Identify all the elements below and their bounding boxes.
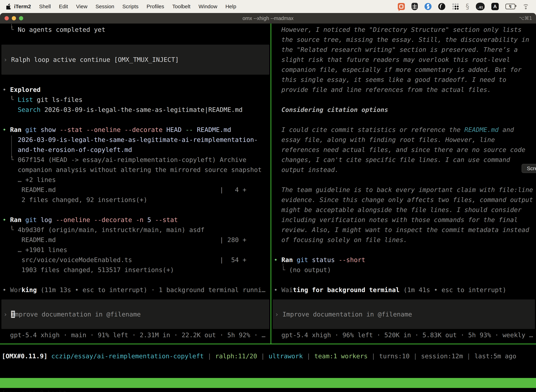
terminal-line [274, 245, 536, 255]
badge-icon[interactable] [425, 3, 431, 10]
apple-menu-icon[interactable] [6, 4, 11, 9]
terminal-pane-left[interactable]: └ No agents completed yet› Ralph loop ac… [0, 23, 270, 344]
menu-bar: iTerm2ShellEditViewSessionScriptsProfile… [0, 0, 536, 13]
terminal-pane-right[interactable]: However, I noticed the "Directory Struct… [271, 23, 536, 344]
terminal-line: … +1901 lines [2, 245, 270, 255]
terminal-line: changes, I can't cite specific file line… [274, 155, 536, 165]
pane-divider-horizontal[interactable] [0, 344, 536, 344]
window-title-band: omx --xhigh --madmax ⌥⌘1 [0, 13, 536, 23]
terminal-line [274, 95, 536, 105]
terminal-line: └ No agents completed yet [2, 25, 270, 35]
popup-label: Scre [527, 165, 536, 171]
terminal-line [2, 275, 270, 285]
terminal-line: companion file, especially if more comme… [274, 65, 536, 75]
text-cursor: I [11, 311, 15, 318]
tree-connector [283, 263, 283, 266]
prompt-input[interactable]: › Improve documentation in @filename [1, 299, 269, 329]
terminal-line: • Waiting for background terminal (1m 41… [274, 285, 536, 295]
menu-item-window[interactable]: Window [199, 4, 217, 9]
menu-item-help[interactable]: Help [225, 4, 236, 9]
terminal-line: The team guideline is to back every impo… [274, 185, 536, 195]
terminal-line: └ 4b9d30f (origin/main, instructkr/main,… [2, 225, 270, 235]
dots-grid-icon[interactable] [452, 3, 459, 10]
prompt-chevron: › [275, 311, 282, 318]
terminal-line: the "Related research writing" section i… [274, 45, 536, 55]
terminal-line: 1903 files changed, 513517 insertions(+) [2, 265, 270, 275]
prompt-text: mprove documentation in @filename [15, 311, 141, 318]
terminal-line: └ 067f154 (HEAD -> essay/ai-reimplementa… [2, 155, 270, 165]
tmux-session-window[interactable]: [omx-cczip0:bash* [2, 388, 67, 392]
terminal-line: review. Also, I might want to inspect th… [274, 225, 536, 235]
terminal-line [2, 115, 270, 125]
prompt-chevron: › [4, 311, 11, 318]
terminal-line [274, 175, 536, 185]
menu-item-edit[interactable]: Edit [59, 4, 68, 9]
a-square-icon[interactable]: A [491, 3, 499, 10]
terminal-line: src/voice/voiceModeEnabled.ts | 54 + [2, 255, 270, 265]
omx-status-line: [OMX#0.11.9] cczip/essay/ai-reimplementa… [2, 351, 516, 361]
menu-item-toolbelt[interactable]: Toolbelt [172, 4, 191, 9]
battery-icon[interactable]: ↯ [505, 4, 515, 9]
terminal-line: might be acceptable alongside the file l… [274, 205, 536, 215]
terminal-line: of focusing solely on file lines. [274, 235, 536, 245]
terminal-line: provide file and line references from th… [274, 85, 536, 95]
screen-notification-popup[interactable]: Scre [522, 164, 536, 173]
terminal-line: However, I noticed the "Directory Struct… [274, 25, 536, 35]
desktop: iTerm2ShellEditViewSessionScriptsProfile… [0, 0, 536, 392]
menu-item-profiles[interactable]: Profiles [147, 4, 164, 9]
terminal-line [274, 115, 536, 125]
menu-item-session[interactable]: Session [96, 4, 114, 9]
terminal-line [274, 275, 536, 285]
tmux-status-bar: [omx-cczip0:bash* "MacBook-Pro-44.local"… [0, 378, 536, 388]
tree-connector [11, 24, 12, 28]
zoom-button[interactable] [19, 16, 23, 20]
terminal-line: I could cite commit statistics or refere… [274, 125, 536, 135]
terminal-line [2, 35, 270, 45]
k-circle-icon[interactable] [438, 3, 445, 10]
terminal-line: essay file, along with finding root file… [274, 135, 536, 145]
terminal-line: gpt-5.4 xhigh · 96% left · 520K in · 5.8… [274, 330, 536, 340]
terminal-line: companion analysis without altering the … [2, 165, 270, 175]
menu-item-scripts[interactable]: Scripts [122, 4, 139, 9]
traffic-lights [5, 16, 23, 20]
terminal-line: slight risk that future readers may over… [274, 55, 536, 65]
window-shortcut-badge: ⌥⌘1 [519, 13, 532, 23]
hook-icon[interactable]: § [466, 2, 469, 10]
minimize-button[interactable] [12, 16, 16, 20]
terminal-line: README.md | 280 + [2, 235, 270, 245]
tree-connector [11, 135, 12, 158]
terminal-line: including verification notes with those … [274, 215, 536, 225]
terminal-line: … +2 lines [2, 175, 270, 185]
menu-item-iterm2[interactable]: iTerm2 [14, 4, 31, 9]
window-title: omx --xhigh --madmax [0, 15, 536, 21]
terminal-line: └ List git ls-files [2, 95, 270, 105]
terminal-line: and-the-erosion-of-copyleft.md [2, 145, 270, 155]
terminal-line: • Ran git log --oneline --decorate -n 5 … [2, 215, 270, 225]
menu-item-shell[interactable]: Shell [39, 4, 51, 9]
menu-item-view[interactable]: View [76, 4, 87, 9]
tree-connector [11, 96, 12, 99]
wifi-icon[interactable] [522, 4, 530, 9]
terminal-line: └ (no output) [274, 265, 536, 275]
terminal-line: evidence. Since this change only affects… [274, 195, 536, 205]
window-title-bar[interactable]: omx --xhigh --madmax ⌥⌘1 [0, 13, 536, 23]
terminal-line: references need actual files, and since … [274, 145, 536, 155]
prompt-input[interactable]: › Improve documentation in @filename [273, 299, 535, 329]
tree-connector [11, 225, 12, 229]
terminal-line: 2 files changed, 92 insertions(+) [2, 195, 270, 205]
terminal-line: this single essay, it seems like a good … [274, 75, 536, 85]
meter-icon[interactable]: ..61 [476, 3, 485, 10]
terminal-line: › Ralph loop active continue [OMX_TMUX_I… [4, 55, 179, 65]
terminal-line: README.md | 4 + [2, 185, 270, 195]
injected-command-box[interactable]: › Ralph loop active continue [OMX_TMUX_I… [1, 45, 269, 75]
terminal-line: • Explored [2, 85, 270, 95]
terminal-line [2, 205, 270, 215]
prompt-text: Improve documentation in @filename [282, 311, 412, 318]
chat-icon[interactable] [398, 3, 405, 10]
terminal-line: Considering citation options [274, 105, 536, 115]
terminal-line: gpt-5.4 xhigh · main · 91% left · 2.31M … [2, 330, 270, 340]
terminal-line: • Ran git status --short [274, 255, 536, 265]
shield-icon[interactable] [412, 3, 418, 10]
close-button[interactable] [5, 16, 9, 20]
menu-status-icons: §..61A↯ [398, 2, 530, 10]
